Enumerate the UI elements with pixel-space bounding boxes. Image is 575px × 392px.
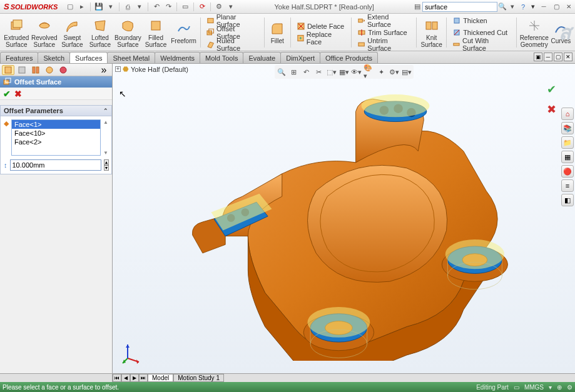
design-library-tab[interactable]: 📚: [561, 122, 574, 134]
config-manager-tab[interactable]: [29, 65, 42, 75]
bottom-tab-model[interactable]: Model: [148, 374, 173, 382]
freeform-button[interactable]: Freeform: [170, 15, 198, 50]
help-dropdown[interactable]: ▾: [531, 3, 537, 11]
view-palette-tab[interactable]: ▦: [561, 151, 574, 163]
prev-view-button[interactable]: ↶: [301, 66, 312, 78]
replace-face-button[interactable]: Replace Face: [295, 33, 347, 44]
quick-units-button[interactable]: ▭: [514, 384, 519, 391]
print-button[interactable]: ⎙: [123, 2, 133, 12]
property-manager-tab[interactable]: [16, 65, 28, 75]
hide-show-button[interactable]: 👁▾: [351, 66, 362, 78]
tab-dimxpert[interactable]: DimXpert: [280, 52, 320, 63]
selection-filter-icon[interactable]: ◆: [4, 119, 9, 156]
save-button[interactable]: 💾: [94, 2, 104, 12]
list-item[interactable]: Face<1>: [12, 120, 100, 129]
extend-surface-button[interactable]: Extend Surface: [355, 15, 412, 26]
redo-button[interactable]: ↷: [163, 2, 173, 12]
thickened-cut-button[interactable]: Thickened Cut: [450, 27, 512, 38]
tab-nav-first[interactable]: ⏮: [113, 374, 121, 382]
panel-expand-button[interactable]: »: [98, 65, 110, 75]
list-item[interactable]: Face<10>: [12, 129, 100, 138]
scene-button[interactable]: ✦: [376, 66, 387, 78]
untrim-surface-button[interactable]: Untrim Surface: [355, 39, 412, 49]
zoom-fit-button[interactable]: 🔍: [276, 66, 287, 78]
lofted-surface-button[interactable]: Lofted Surface: [86, 15, 114, 50]
pm-cancel-button[interactable]: ✖: [14, 89, 22, 99]
search-input[interactable]: [422, 2, 497, 12]
save-dropdown[interactable]: ▾: [106, 2, 116, 12]
extra-tab[interactable]: ◧: [561, 194, 574, 206]
tab-surfaces[interactable]: Surfaces: [69, 52, 108, 63]
tab-sheet-metal[interactable]: Sheet Metal: [107, 52, 155, 63]
tab-office-products[interactable]: Office Products: [320, 52, 378, 63]
offset-surface-button[interactable]: Offset Surface: [205, 27, 260, 38]
appearance-button[interactable]: 🎨▾: [364, 66, 375, 78]
list-scroll-up[interactable]: ▲: [103, 119, 108, 125]
tab-nav-prev[interactable]: ◀: [121, 374, 130, 382]
sw-resources-tab[interactable]: ⌂: [561, 108, 574, 120]
tab-nav-next[interactable]: ▶: [130, 374, 139, 382]
distance-spin-down[interactable]: ▼: [104, 165, 109, 171]
status-btn-1[interactable]: ▾: [549, 384, 552, 391]
thicken-button[interactable]: Thicken: [450, 15, 512, 26]
offset-distance-input[interactable]: [10, 159, 101, 171]
revolved-surface-button[interactable]: Revolved Surface: [31, 15, 59, 50]
status-units[interactable]: MMGS: [524, 384, 544, 391]
print-dropdown[interactable]: ▾: [135, 2, 145, 12]
undo-button[interactable]: ↶: [151, 2, 161, 12]
options-dropdown[interactable]: ▾: [226, 2, 236, 12]
tab-nav-last[interactable]: ⏭: [139, 374, 148, 382]
zoom-area-button[interactable]: ⊞: [288, 66, 300, 78]
maximize-button[interactable]: ▢: [550, 2, 562, 12]
close-button[interactable]: ✕: [562, 2, 575, 12]
bottom-tab-motion[interactable]: Motion Study 1: [173, 374, 224, 382]
tab-features[interactable]: Features: [0, 52, 38, 63]
file-explorer-tab[interactable]: 📁: [561, 136, 574, 149]
status-btn-3[interactable]: ⚙: [567, 384, 572, 391]
search-dropdown[interactable]: ▾: [507, 2, 517, 12]
search-go-icon[interactable]: 🔍: [497, 2, 507, 12]
display-manager-tab[interactable]: [57, 65, 69, 75]
view-settings-button[interactable]: ⚙▾: [389, 66, 400, 78]
help-button[interactable]: ?: [521, 3, 531, 11]
view-orient-button[interactable]: ⬚▾: [326, 66, 337, 78]
extruded-surface-button[interactable]: Extruded Surface: [3, 15, 31, 50]
custom-props-tab[interactable]: ≡: [561, 179, 574, 192]
options-button[interactable]: ⚙: [214, 2, 224, 12]
select-button[interactable]: ▭: [180, 2, 190, 12]
flyout-tree-root[interactable]: + ⬣ Yoke Half (Default): [115, 65, 188, 73]
cut-with-surface-button[interactable]: Cut With Surface: [450, 39, 512, 49]
dimxpert-manager-tab[interactable]: [43, 65, 56, 75]
planar-surface-button[interactable]: Planar Surface: [205, 15, 260, 26]
display-style-button[interactable]: ▦▾: [338, 66, 350, 78]
mdi-minimize-button[interactable]: ─: [544, 53, 552, 61]
feature-manager-tab[interactable]: [2, 65, 14, 75]
delete-face-button[interactable]: Delete Face: [295, 21, 347, 32]
knit-surface-button[interactable]: Knit Surface: [419, 15, 444, 50]
render-button[interactable]: ▤▾: [401, 66, 412, 78]
tab-weldments[interactable]: Weldments: [155, 52, 200, 63]
new-button[interactable]: ▢: [65, 2, 75, 12]
minimize-button[interactable]: ─: [537, 2, 550, 12]
pm-section-header[interactable]: Offset Parameters ⌃: [0, 105, 112, 116]
swept-surface-button[interactable]: Swept Surface: [58, 15, 86, 50]
mdi-collapse-button[interactable]: ▣: [534, 53, 542, 61]
tab-evaluate[interactable]: Evaluate: [243, 52, 281, 63]
view-triad[interactable]: [120, 341, 145, 366]
rebuild-button[interactable]: ⟳: [197, 2, 207, 12]
status-btn-2[interactable]: ⊕: [557, 384, 562, 391]
pm-ok-button[interactable]: ✔: [3, 89, 11, 99]
tab-sketch[interactable]: Sketch: [38, 52, 70, 63]
face-selection-list[interactable]: Face<1> Face<10> Face<2>: [11, 119, 101, 156]
mdi-restore-button[interactable]: ▢: [554, 53, 562, 61]
list-item[interactable]: Face<2>: [12, 138, 100, 146]
filled-surface-button[interactable]: Filled Surface: [142, 15, 170, 50]
reference-geometry-button[interactable]: Reference Geometry: [519, 15, 549, 50]
search-type-icon[interactable]: ▤: [412, 2, 422, 12]
graphics-viewport[interactable]: + ⬣ Yoke Half (Default) ↖ 🔍 ⊞ ↶ ✂ ⬚▾ ▦▾ …: [113, 64, 575, 373]
distance-spin-up[interactable]: ▲: [104, 159, 109, 165]
boundary-surface-button[interactable]: Boundary Surface: [114, 15, 142, 50]
list-scroll-down[interactable]: ▼: [103, 150, 108, 156]
section-view-button[interactable]: ✂: [313, 66, 325, 78]
mdi-close-button[interactable]: ✕: [564, 53, 572, 61]
